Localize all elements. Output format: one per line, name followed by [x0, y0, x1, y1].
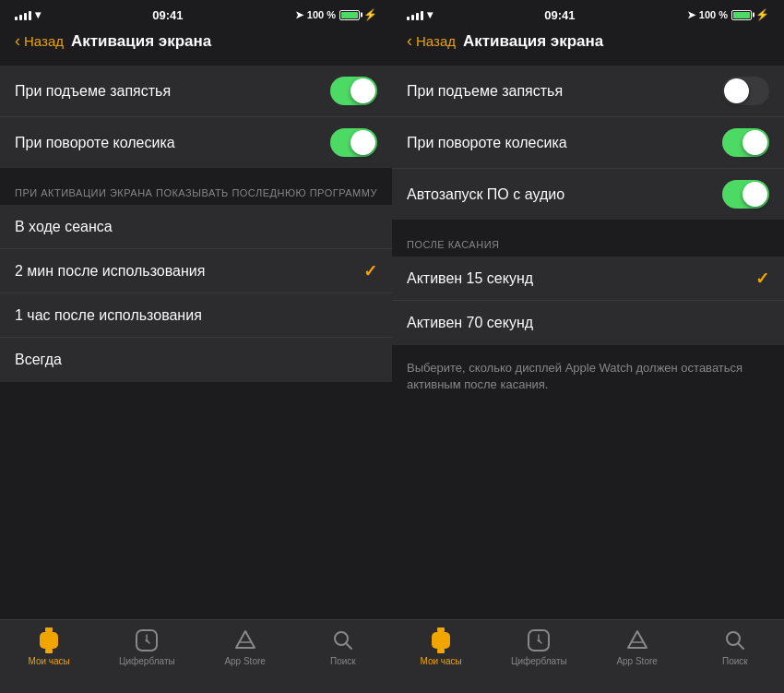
- tab-label-search-right: Поиск: [722, 656, 748, 666]
- status-left-right: ▾: [407, 8, 433, 21]
- signal-bar-1-right: [407, 17, 410, 20]
- tab-label-watch-right: Мои часы: [420, 656, 461, 666]
- toggle-switch-0-left[interactable]: [330, 77, 377, 105]
- toggle-label-1-right: При повороте колесика: [407, 135, 722, 151]
- search-tab-icon-left: [330, 627, 356, 653]
- signal-bar-2-right: [411, 15, 414, 20]
- signal-bar-1: [15, 17, 18, 20]
- status-right-right: ➤ 100 % ⚡: [687, 8, 769, 21]
- location-icon-right: ➤: [687, 9, 695, 21]
- section-label-right: ПОСЛЕ КАСАНИЯ: [392, 227, 784, 257]
- signal-bar-2: [19, 15, 22, 20]
- toggle-label-2-right: Автозапуск ПО с аудио: [407, 186, 722, 203]
- toggle-row-0-left: При подъеме запястья: [0, 66, 392, 117]
- options-list-left: В ходе сеанса 2 мин после использования …: [0, 205, 392, 382]
- signal-bar-4: [29, 11, 31, 20]
- tab-faces-left[interactable]: Циферблаты: [98, 627, 196, 666]
- faces-tab-icon-left: [134, 627, 160, 653]
- status-right-left: ➤ 100 % ⚡: [295, 8, 377, 21]
- watch-tab-icon-right: [428, 627, 454, 653]
- nav-bar-right: ‹ Назад Активация экрана: [392, 28, 784, 58]
- toggle-switch-1-left[interactable]: [330, 128, 377, 157]
- battery-box-right: [731, 10, 752, 20]
- appstore-tab-icon-left: [232, 627, 258, 653]
- toggles-group-left: При подъеме запястья При повороте колеси…: [0, 66, 392, 168]
- svg-rect-10: [437, 627, 445, 632]
- tab-label-watch-left: Мои часы: [28, 656, 69, 666]
- signal-bars-right: [407, 9, 423, 20]
- toggle-switch-1-right[interactable]: [722, 128, 769, 157]
- signal-bar-4-right: [421, 11, 423, 20]
- option-row-3-left[interactable]: Всегда: [0, 338, 392, 382]
- options-list-right: Активен 15 секунд ✓ Активен 70 секунд: [392, 257, 784, 345]
- tab-appstore-right[interactable]: App Store: [588, 627, 686, 666]
- section-label-left: ПРИ АКТИВАЦИИ ЭКРАНА ПОКАЗЫВАТЬ ПОСЛЕДНЮ…: [0, 175, 392, 205]
- toggles-group-right: При подъеме запястья При повороте колеси…: [392, 66, 784, 220]
- battery-fill-right: [733, 12, 750, 18]
- option-label-1-left: 2 мин после использования: [15, 263, 363, 280]
- nav-title-right: Активация экрана: [463, 32, 603, 51]
- toggle-switch-2-right[interactable]: [722, 180, 769, 209]
- tab-label-search-left: Поиск: [330, 656, 356, 666]
- spacer-top-right: [392, 58, 784, 66]
- toggle-row-1-right: При повороте колесика: [392, 117, 784, 169]
- battery-box: [339, 10, 360, 20]
- svg-rect-13: [434, 635, 447, 646]
- appstore-tab-icon-right: [624, 627, 650, 653]
- battery-right: [731, 10, 752, 20]
- watch-tab-icon-left: [36, 627, 62, 653]
- status-bar-left: ▾ 09:41 ➤ 100 % ⚡: [0, 0, 392, 28]
- tab-faces-right[interactable]: Циферблаты: [490, 627, 588, 666]
- tab-watch-left[interactable]: Мои часы: [0, 627, 98, 666]
- tab-bar-right: Мои часы Циферблаты App Store: [392, 619, 784, 693]
- tab-label-appstore-right: App Store: [616, 656, 657, 666]
- toggle-row-0-right: При подъеме запястья: [392, 66, 784, 117]
- option-row-1-left[interactable]: 2 мин после использования ✓: [0, 249, 392, 293]
- tab-search-right[interactable]: Поиск: [686, 627, 784, 666]
- svg-rect-11: [437, 649, 445, 653]
- signal-bar-3: [24, 13, 27, 20]
- option-label-2-left: 1 час после использования: [15, 307, 377, 324]
- battery-pct-right: 100 %: [699, 9, 728, 20]
- checkmark-0-right: ✓: [755, 269, 769, 289]
- back-label-right: Назад: [416, 33, 456, 49]
- toggles-list-left: При подъеме запястья При повороте колеси…: [0, 66, 392, 168]
- nav-bar-left: ‹ Назад Активация экрана: [0, 28, 392, 58]
- tab-search-left[interactable]: Поиск: [294, 627, 392, 666]
- option-row-0-left[interactable]: В ходе сеанса: [0, 205, 392, 249]
- battery-pct-left: 100 %: [307, 9, 336, 20]
- toggle-knob-1-left: [350, 130, 375, 155]
- svg-line-7: [147, 640, 149, 643]
- toggle-switch-0-right[interactable]: [722, 77, 769, 105]
- option-row-0-right[interactable]: Активен 15 секунд ✓: [392, 257, 784, 301]
- tab-label-appstore-left: App Store: [224, 656, 265, 666]
- toggle-row-1-left: При повороте колесика: [0, 117, 392, 168]
- signal-bars: [15, 9, 31, 20]
- toggle-label-1-left: При повороте колесика: [15, 135, 330, 151]
- signal-bar-3-right: [416, 13, 419, 20]
- tab-appstore-left[interactable]: App Store: [196, 627, 294, 666]
- back-button-right[interactable]: ‹ Назад: [407, 31, 456, 51]
- phone-panel-right: ▾ 09:41 ➤ 100 % ⚡ ‹ Назад Активация экра…: [392, 0, 784, 693]
- content-right: При подъеме запястья При повороте колеси…: [392, 58, 784, 619]
- status-bar-right: ▾ 09:41 ➤ 100 % ⚡: [392, 0, 784, 28]
- battery-left: [339, 10, 360, 20]
- wifi-icon-right: ▾: [427, 8, 433, 21]
- option-label-3-left: Всегда: [15, 352, 377, 368]
- back-label-left: Назад: [24, 33, 64, 49]
- toggle-knob-1-right: [742, 130, 767, 155]
- option-row-1-right[interactable]: Активен 70 секунд: [392, 301, 784, 345]
- back-button-left[interactable]: ‹ Назад: [15, 31, 64, 51]
- phone-panel-left: ▾ 09:41 ➤ 100 % ⚡ ‹ Назад Активация экра…: [0, 0, 392, 693]
- status-time-left: 09:41: [152, 8, 183, 22]
- tab-label-faces-left: Циферблаты: [119, 656, 175, 666]
- svg-rect-1: [45, 649, 53, 653]
- svg-rect-0: [45, 627, 53, 632]
- content-left: При подъеме запястья При повороте колеси…: [0, 58, 392, 619]
- option-row-2-left[interactable]: 1 час после использования: [0, 293, 392, 338]
- svg-line-17: [539, 640, 541, 643]
- toggles-list-right: При подъеме запястья При повороте колеси…: [392, 66, 784, 220]
- faces-tab-icon-right: [526, 627, 552, 653]
- tab-watch-right[interactable]: Мои часы: [392, 627, 490, 666]
- svg-line-19: [738, 643, 743, 649]
